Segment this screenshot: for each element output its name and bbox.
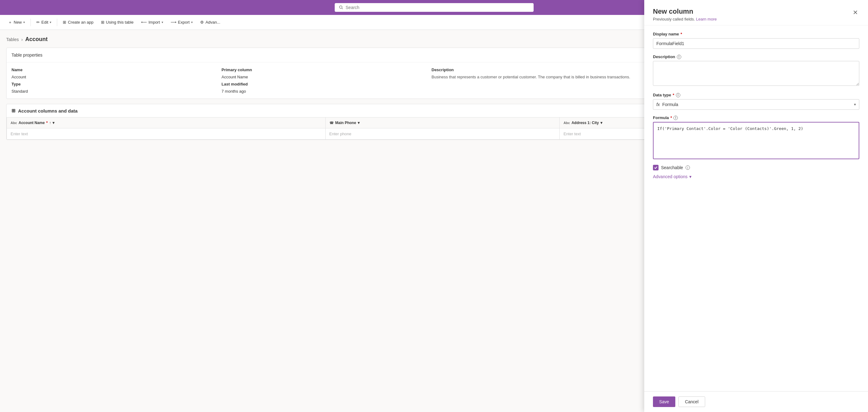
breadcrumb-current: Account xyxy=(25,36,48,42)
data-type-group: Data type * i fx Formula ▾ xyxy=(653,93,859,110)
searchable-checkbox[interactable] xyxy=(653,165,658,170)
last-modified-label: Last modified xyxy=(222,82,427,86)
enter-phone-cell[interactable]: Enter phone xyxy=(326,128,560,140)
advanced-button[interactable]: ⚙ Advan... xyxy=(197,18,223,26)
import-button[interactable]: ⟵ Import ▾ xyxy=(138,18,166,26)
description-info-icon: i xyxy=(677,55,681,59)
edit-icon: ✏ xyxy=(36,20,40,25)
search-input[interactable] xyxy=(346,5,529,10)
edit-button[interactable]: ✏ Edit ▾ xyxy=(33,18,54,26)
new-chevron-icon: ▾ xyxy=(23,21,25,24)
save-button[interactable]: Save xyxy=(653,396,675,407)
data-type-label: Data type * i xyxy=(653,93,859,97)
panel-subtitle: Previously called fields. Learn more xyxy=(653,17,717,22)
export-chevron-icon: ▾ xyxy=(191,21,193,24)
searchable-info-icon: i xyxy=(686,166,690,170)
data-type-select[interactable]: Formula xyxy=(662,99,851,110)
sort-icon[interactable]: ↑ xyxy=(49,121,51,125)
panel-footer: Save Cancel xyxy=(644,391,868,412)
primary-column-header: Primary column xyxy=(222,67,427,72)
enter-text-cell-1[interactable]: Enter text xyxy=(7,128,326,140)
search-icon xyxy=(339,5,343,10)
breadcrumb-tables[interactable]: Tables xyxy=(6,37,19,42)
account-name-col-icon: Abc xyxy=(10,121,17,125)
type-value: Standard xyxy=(11,89,217,94)
required-mark-1: * xyxy=(681,32,682,36)
cancel-button[interactable]: Cancel xyxy=(678,396,705,407)
advanced-icon: ⚙ xyxy=(200,20,204,25)
required-mark-2: * xyxy=(673,93,674,97)
app-icon: ⊞ xyxy=(63,20,66,25)
last-modified-value: 7 months ago xyxy=(222,89,427,94)
toolbar-divider-2 xyxy=(57,19,57,26)
description-textarea[interactable] xyxy=(653,61,859,86)
filter-icon[interactable]: ▾ xyxy=(53,121,54,125)
required-star: * xyxy=(46,121,48,125)
type-label: Type xyxy=(11,82,217,86)
phone-col-label: Main Phone xyxy=(335,121,356,125)
panel-header: New column Previously called fields. Lea… xyxy=(644,0,868,26)
export-icon: ⟶ xyxy=(170,20,177,25)
formula-group: Formula * i If('Primary Contact'.Color =… xyxy=(653,115,859,159)
display-name-input[interactable] xyxy=(653,38,859,49)
city-col-label: Address 1: City xyxy=(571,121,599,125)
data-type-info-icon: i xyxy=(676,93,680,97)
import-icon: ⟵ xyxy=(141,20,147,25)
advanced-chevron-icon: ▾ xyxy=(689,174,691,179)
advanced-options-button[interactable]: Advanced options ▾ xyxy=(653,174,691,179)
display-name-label: Display name * xyxy=(653,32,859,36)
panel-title: New column xyxy=(653,7,717,16)
name-header: Name xyxy=(11,67,217,72)
export-button[interactable]: ⟶ Export ▾ xyxy=(167,18,196,26)
svg-line-1 xyxy=(342,8,342,9)
description-group: Description i xyxy=(653,54,859,87)
required-mark-3: * xyxy=(670,115,672,120)
formula-editor[interactable]: If('Primary Contact'.Color = 'Color (Con… xyxy=(653,122,859,159)
col-account-name[interactable]: Abc Account Name * ↑ ▾ xyxy=(7,118,326,128)
close-button[interactable]: ✕ xyxy=(851,7,859,18)
city-filter-icon[interactable]: ▾ xyxy=(600,121,602,125)
plus-icon: ＋ xyxy=(8,20,12,25)
card-title: Table properties xyxy=(11,53,42,58)
phone-col-icon: ☎ xyxy=(330,121,334,125)
col-main-phone[interactable]: ☎ Main Phone ▾ xyxy=(326,118,560,128)
toolbar-divider-1 xyxy=(30,19,31,26)
table-icon: ⊞ xyxy=(101,20,104,25)
city-col-icon: Abc xyxy=(563,121,570,125)
using-table-button[interactable]: ⊞ Using this table xyxy=(98,18,137,26)
new-button[interactable]: ＋ New ▾ xyxy=(5,18,28,27)
edit-chevron-icon: ▾ xyxy=(50,21,51,24)
fx-icon: fx xyxy=(656,102,660,107)
svg-point-0 xyxy=(339,6,342,8)
columns-icon: ⊞ xyxy=(11,108,16,114)
breadcrumb-separator: › xyxy=(21,37,23,42)
import-chevron-icon: ▾ xyxy=(162,21,163,24)
new-column-panel: New column Previously called fields. Lea… xyxy=(644,0,868,412)
formula-label: Formula * i xyxy=(653,115,859,120)
formula-info-icon: i xyxy=(674,116,678,120)
check-icon xyxy=(654,166,658,170)
data-type-select-wrapper[interactable]: fx Formula ▾ xyxy=(653,99,859,110)
primary-col-value: Account Name xyxy=(222,75,427,79)
panel-body: Display name * Description i Data type *… xyxy=(644,26,868,391)
account-name-col-label: Account Name xyxy=(19,121,45,125)
formula-text: If('Primary Contact'.Color = 'Color (Con… xyxy=(657,126,803,131)
display-name-group: Display name * xyxy=(653,32,859,49)
data-type-chevron-icon: ▾ xyxy=(854,102,856,107)
account-name-value: Account xyxy=(11,75,217,79)
description-label: Description i xyxy=(653,54,859,59)
search-box[interactable] xyxy=(335,3,534,12)
columns-title: Account columns and data xyxy=(18,108,78,114)
phone-filter-icon[interactable]: ▾ xyxy=(358,121,360,125)
create-app-button[interactable]: ⊞ Create an app xyxy=(60,18,96,26)
searchable-row: Searchable i xyxy=(653,165,859,170)
searchable-label: Searchable xyxy=(661,165,683,170)
learn-more-link[interactable]: Learn more xyxy=(696,17,717,22)
